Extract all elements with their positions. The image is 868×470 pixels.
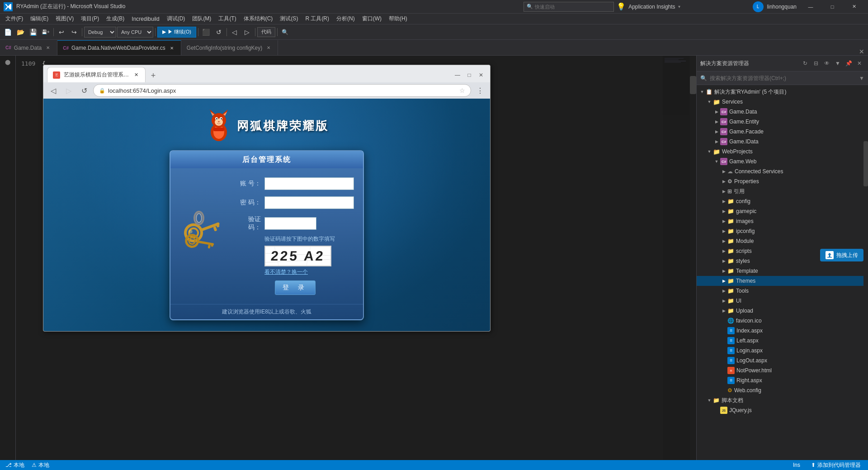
close-button[interactable]: ✕ bbox=[844, 0, 864, 14]
browser-tab-close[interactable]: ✕ bbox=[132, 71, 140, 79]
password-input[interactable] bbox=[264, 196, 354, 209]
search-toolbar-btn[interactable]: 🔍 bbox=[279, 26, 291, 38]
tree-game-entity[interactable]: ▶ C# Game.Entity bbox=[697, 117, 868, 127]
panel-close-btn[interactable]: ✕ bbox=[859, 48, 864, 55]
show-all-btn[interactable]: 👁 bbox=[822, 58, 832, 68]
scrollbar-thumb[interactable] bbox=[690, 76, 696, 94]
quick-launch-input[interactable] bbox=[535, 4, 598, 9]
browser-minimize-btn[interactable]: — bbox=[452, 70, 463, 81]
menu-view[interactable]: 视图(V) bbox=[52, 14, 77, 24]
redo-btn[interactable]: ↪ bbox=[68, 26, 80, 38]
upload-tooltip[interactable]: 拖拽上传 bbox=[820, 249, 863, 261]
filter-btn[interactable]: ▼ bbox=[833, 58, 843, 68]
browser-active-tab[interactable]: 艺 艺游娱乐棋牌后台管理系… ✕ bbox=[47, 67, 146, 82]
back-btn[interactable]: ◁ bbox=[229, 26, 241, 38]
tree-webprojects[interactable]: ▼ 📁 WebProjects bbox=[697, 147, 868, 157]
tree-game-data[interactable]: ▶ C# Game.Data bbox=[697, 107, 868, 117]
browser-reload-btn[interactable]: ↺ bbox=[78, 84, 90, 97]
menu-build[interactable]: 生成(B) bbox=[103, 14, 128, 24]
tree-left-aspx[interactable]: ☰ Left.aspx bbox=[697, 336, 868, 346]
browser-menu-btn[interactable]: ⋮ bbox=[474, 84, 486, 97]
tree-login-aspx[interactable]: ☰ Login.aspx bbox=[697, 346, 868, 356]
maximize-button[interactable]: □ bbox=[822, 0, 843, 14]
menu-r[interactable]: R 工具(R) bbox=[302, 14, 333, 24]
ins-status[interactable]: Ins bbox=[791, 462, 802, 468]
browser-close-btn[interactable]: ✕ bbox=[476, 70, 486, 81]
tree-services[interactable]: ▼ 📁 Services bbox=[697, 97, 868, 107]
menu-debug[interactable]: 调试(D) bbox=[163, 14, 189, 24]
tree-favicon[interactable]: 🌐 favicon.ico bbox=[697, 316, 868, 326]
pin-btn[interactable]: 📌 bbox=[844, 58, 854, 68]
menu-window[interactable]: 窗口(W) bbox=[359, 14, 385, 24]
code-btn[interactable]: 代码 bbox=[257, 27, 275, 37]
restart-btn[interactable]: ↺ bbox=[213, 26, 225, 38]
menu-tools[interactable]: 工具(T) bbox=[215, 14, 240, 24]
open-file-btn[interactable]: 📂 bbox=[14, 26, 26, 38]
tree-refs[interactable]: ▶ ⊞ 引用 bbox=[697, 186, 868, 196]
tree-themes[interactable]: ▶ 📁 Themes bbox=[697, 276, 868, 286]
tree-web-config[interactable]: ⚙ Web.config bbox=[697, 385, 868, 395]
menu-arch[interactable]: 体系结构(C) bbox=[240, 14, 277, 24]
menu-help[interactable]: 帮助(H) bbox=[385, 14, 411, 24]
tab-close-2[interactable]: ✕ bbox=[265, 44, 272, 52]
tree-game-facade[interactable]: ▶ C# Game.Facade bbox=[697, 127, 868, 137]
menu-analyze[interactable]: 分析(N) bbox=[333, 14, 359, 24]
tab-native-provider[interactable]: C# Game.Data.NativeWebDataProvider.cs ✕ bbox=[57, 40, 181, 55]
editor-area[interactable]: 1109 { 艺 艺游娱乐棋牌后台管理系… ✕ + — □ bbox=[16, 56, 696, 460]
captcha-input[interactable] bbox=[264, 217, 316, 230]
menu-team[interactable]: 团队(M) bbox=[189, 14, 215, 24]
save-btn[interactable]: 💾 bbox=[27, 26, 39, 38]
tab-close-1[interactable]: ✕ bbox=[168, 44, 175, 52]
minimize-button[interactable]: — bbox=[800, 0, 821, 14]
account-input[interactable] bbox=[264, 177, 354, 190]
platform-dropdown[interactable]: Any CPU bbox=[117, 27, 153, 38]
tree-index-aspx[interactable]: ☰ Index.aspx bbox=[697, 326, 868, 336]
tree-ipconfig[interactable]: ▶ 📁 ipconfig bbox=[697, 226, 868, 236]
browser-forward-btn[interactable]: ▷ bbox=[62, 84, 75, 97]
browser-url-bar[interactable]: 🔒 localhost:6574/Login.aspx ☆ bbox=[93, 84, 471, 97]
solution-root[interactable]: ▼ 📋 解决方案'RYAdmin' (5 个项目) bbox=[697, 87, 868, 97]
tree-upload[interactable]: ▶ 📁 Upload bbox=[697, 306, 868, 316]
tab-getconfig[interactable]: GetConfigInfo(string configKey) ✕ bbox=[181, 40, 278, 55]
tree-notpower-html[interactable]: H NotPower.html bbox=[697, 366, 868, 375]
add-to-scm-btn[interactable]: ⬆ 添加到代码管理器 bbox=[807, 461, 864, 469]
tree-connected-services[interactable]: ▶ ☁ Connected Services bbox=[697, 166, 868, 176]
tab-game-data[interactable]: C# Game.Data ✕ bbox=[0, 40, 57, 55]
tree-properties[interactable]: ▶ ⚙ Properties bbox=[697, 176, 868, 186]
save-all-btn[interactable]: 💾+ bbox=[40, 26, 52, 38]
sync-icon-btn[interactable]: ↻ bbox=[800, 58, 810, 68]
captcha-refresh-link[interactable]: 看不清楚？换一个 bbox=[264, 268, 354, 276]
tree-config[interactable]: ▶ 📁 config bbox=[697, 196, 868, 206]
bookmark-icon[interactable]: ☆ bbox=[459, 87, 465, 94]
tree-logout-aspx[interactable]: ☰ LogOut.aspx bbox=[697, 356, 868, 366]
debug-config-dropdown[interactable]: Debug Release bbox=[84, 27, 116, 38]
login-button[interactable]: 登 录 bbox=[275, 280, 316, 295]
tree-scripts-doc[interactable]: ▼ 📁 脚本文档 bbox=[697, 395, 868, 405]
collapse-all-btn[interactable]: ⊟ bbox=[811, 58, 821, 68]
browser-maximize-btn[interactable]: □ bbox=[464, 70, 475, 81]
forward-btn[interactable]: ▷ bbox=[241, 26, 253, 38]
panel-close-btn[interactable]: ✕ bbox=[854, 58, 864, 68]
menu-project[interactable]: 项目(P) bbox=[77, 14, 103, 24]
tree-jquery[interactable]: JS JQuery.js bbox=[697, 405, 868, 415]
error-status[interactable]: ⚠ 本地 bbox=[30, 461, 51, 469]
tree-images[interactable]: ▶ 📁 images bbox=[697, 216, 868, 226]
undo-btn[interactable]: ↩ bbox=[56, 26, 67, 38]
tree-game-idata[interactable]: ▶ C# Game.IData bbox=[697, 137, 868, 147]
new-file-btn[interactable]: 📄 bbox=[2, 26, 14, 38]
search-options-icon[interactable]: ▼ bbox=[859, 75, 864, 81]
continue-button[interactable]: ▶ ▶ 继续(O) bbox=[157, 27, 196, 38]
insights-dropdown-icon[interactable]: ▾ bbox=[678, 4, 680, 9]
browser-back-btn[interactable]: ◁ bbox=[47, 84, 60, 97]
menu-file[interactable]: 文件(F) bbox=[2, 14, 27, 24]
tree-module[interactable]: ▶ 📁 Module bbox=[697, 236, 868, 246]
menu-incredibuild[interactable]: Incredibuild bbox=[128, 14, 163, 24]
menu-test[interactable]: 测试(S) bbox=[276, 14, 302, 24]
panel-scrollbar-thumb[interactable] bbox=[863, 141, 868, 186]
insights-label[interactable]: Application Insights bbox=[628, 4, 675, 10]
tab-close-0[interactable]: ✕ bbox=[44, 44, 52, 52]
stop-btn[interactable]: ⬛ bbox=[200, 26, 212, 38]
git-branch-status[interactable]: ⎇ 本地 bbox=[4, 461, 26, 469]
editor-scrollbar[interactable] bbox=[690, 56, 696, 460]
tree-game-web[interactable]: ▼ C# Game.Web bbox=[697, 157, 868, 166]
